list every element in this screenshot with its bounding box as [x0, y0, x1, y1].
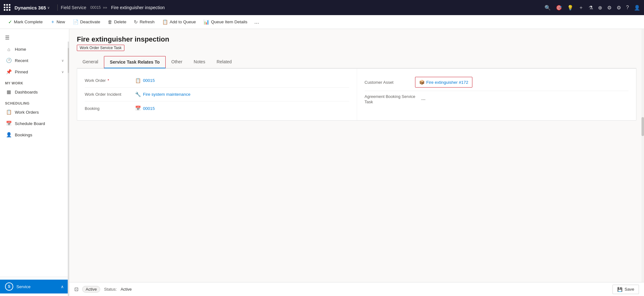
sidebar-service-label: Service — [16, 284, 31, 289]
add-to-queue-button[interactable]: 📋 Add to Queue — [159, 18, 199, 26]
my-work-section-label: My Work — [0, 77, 69, 86]
booking-value[interactable]: 📅 00015 — [135, 105, 155, 111]
sidebar: ☰ ⌂ Home 🕐 Recent ∨ 📌 Pinned ∨ My Work ▦… — [0, 29, 69, 296]
gear-icon[interactable]: ⚙ — [617, 5, 621, 11]
recent-icon: 🕐 — [6, 58, 12, 63]
mark-complete-button[interactable]: ✓ Mark Complete — [5, 18, 46, 26]
search-icon[interactable]: 🔍 — [544, 5, 551, 11]
plus-icon[interactable]: ＋ — [578, 4, 584, 11]
work-order-value[interactable]: 📋 00015 — [135, 78, 155, 83]
tab-general[interactable]: General — [77, 56, 104, 68]
target-icon[interactable]: 🎯 — [556, 5, 562, 11]
form-left-col: Work Order * 📋 00015 Work Order Incident — [77, 69, 357, 120]
form-content: Fire extinguisher inspection Work Order … — [69, 29, 644, 282]
sidebar-item-home[interactable]: ⌂ Home — [0, 44, 69, 55]
sidebar-service-item[interactable]: S Service ∧ — [0, 280, 69, 293]
form-right-col: Customer Asset 📦 Fire extinguisher #172 … — [357, 69, 636, 120]
refresh-button[interactable]: ↻ Refresh — [131, 18, 157, 26]
expand-icon[interactable]: ⊡ — [74, 286, 78, 292]
required-indicator: * — [106, 78, 109, 83]
settings-icon[interactable]: ⚙ — [607, 5, 612, 11]
customer-asset-value[interactable]: 📦 Fire extinguisher #172 — [415, 77, 473, 88]
queue-item-details-button[interactable]: 📊 Queue Item Details — [200, 18, 251, 26]
recent-chevron-icon: ∨ — [61, 59, 64, 63]
service-chevron-icon: ∧ — [61, 284, 64, 289]
sidebar-toggle-button[interactable]: ☰ — [0, 31, 69, 44]
top-navigation: Dynamics 365 ∨ Field Service 00015 »» Fi… — [0, 0, 644, 15]
customer-asset-label: Customer Asset — [365, 80, 415, 85]
main-layout: ☰ ⌂ Home 🕐 Recent ∨ 📌 Pinned ∨ My Work ▦… — [0, 29, 644, 296]
delete-button[interactable]: 🗑 Delete — [105, 18, 129, 26]
status-bar: ⊡ Active Status: Active 💾 Save — [69, 282, 644, 296]
new-plus-icon: ＋ — [50, 19, 55, 25]
tab-service-task-relates-to[interactable]: Service Task Relates To — [104, 56, 166, 68]
tab-notes[interactable]: Notes — [188, 56, 211, 68]
deactivate-label: Deactivate — [80, 20, 100, 24]
app-launcher-button[interactable] — [4, 4, 11, 11]
agreement-booking-value: --- — [421, 97, 426, 102]
agreement-booking-label: Agreement Booking Service Task — [365, 94, 421, 105]
status-label: Status: — [104, 287, 117, 292]
sidebar-pinned-label: Pinned — [15, 70, 28, 74]
sidebar-item-pinned[interactable]: 📌 Pinned ∨ — [0, 66, 69, 77]
top-nav-icons: 🔍 🎯 💡 ＋ ⚗ ⊕ ⚙ ⚙ ? 👤 — [544, 4, 640, 11]
work-order-incident-label: Work Order Incident — [85, 92, 135, 97]
filter-icon[interactable]: ⚗ — [589, 5, 593, 11]
work-order-incident-value[interactable]: 🔧 Fire system maintenance — [135, 92, 191, 97]
module-name: Field Service — [61, 5, 86, 10]
field-customer-asset: Customer Asset 📦 Fire extinguisher #172 — [365, 74, 629, 91]
new-button[interactable]: ＋ New — [47, 17, 68, 26]
sidebar-dashboards-label: Dashboards — [15, 90, 38, 94]
tabs-row: General Service Task Relates To Other No… — [77, 56, 636, 68]
breadcrumb-separator: 00015 »» — [88, 5, 109, 10]
sidebar-item-work-orders[interactable]: 📋 Work Orders — [0, 106, 69, 118]
field-agreement-booking: Agreement Booking Service Task --- — [365, 91, 629, 108]
sidebar-scrollbar[interactable] — [68, 42, 69, 296]
sidebar-work-orders-label: Work Orders — [15, 110, 39, 115]
form-section: Work Order * 📋 00015 Work Order Incident — [77, 68, 636, 121]
user-icon[interactable]: 👤 — [634, 5, 640, 11]
save-button[interactable]: 💾 Save — [613, 285, 639, 294]
deactivate-icon: 📄 — [73, 19, 79, 25]
field-work-order: Work Order * 📋 00015 — [85, 74, 349, 88]
record-type-badge: Work Order Service Task — [77, 45, 124, 51]
mark-complete-label: Mark Complete — [14, 20, 43, 24]
nav-divider — [57, 4, 58, 11]
sidebar-item-recent[interactable]: 🕐 Recent ∨ — [0, 55, 69, 66]
hamburger-icon: ☰ — [5, 35, 9, 41]
pinned-icon: 📌 — [6, 69, 12, 75]
refresh-label: Refresh — [140, 20, 154, 24]
breadcrumb-current: Fire extinguisher inspection — [111, 5, 165, 10]
question-icon[interactable]: ? — [626, 5, 629, 10]
lightbulb-icon[interactable]: 💡 — [567, 5, 573, 11]
booking-icon: 📅 — [135, 105, 141, 111]
booking-label: Booking — [85, 106, 135, 111]
circle-plus-icon[interactable]: ⊕ — [598, 5, 602, 11]
home-icon: ⌂ — [6, 47, 12, 52]
form-grid: Work Order * 📋 00015 Work Order Incident — [77, 69, 636, 120]
tab-other[interactable]: Other — [166, 56, 188, 68]
check-icon: ✓ — [8, 19, 12, 25]
work-orders-icon: 📋 — [6, 109, 12, 115]
sidebar-item-bookings[interactable]: 👤 Bookings — [0, 129, 69, 140]
tab-related[interactable]: Related — [211, 56, 237, 68]
status-value: Active — [121, 287, 132, 292]
sidebar-item-dashboards[interactable]: ▦ Dashboards — [0, 86, 69, 98]
sidebar-bookings-label: Bookings — [15, 133, 32, 137]
trash-icon: 🗑 — [108, 19, 112, 25]
active-badge: Active — [82, 286, 100, 293]
command-bar: ✓ Mark Complete ＋ New 📄 Deactivate 🗑 Del… — [0, 15, 644, 29]
avatar: S — [5, 282, 13, 291]
field-booking: Booking 📅 00015 — [85, 101, 349, 115]
app-name-chevron-icon[interactable]: ∨ — [47, 6, 50, 10]
app-name: Dynamics 365 — [14, 5, 46, 10]
deactivate-button[interactable]: 📄 Deactivate — [70, 18, 104, 26]
queue-detail-icon: 📊 — [203, 19, 209, 25]
record-title: Fire extinguisher inspection — [77, 35, 636, 43]
delete-label: Delete — [114, 20, 126, 24]
more-button[interactable]: ... — [252, 17, 262, 26]
sidebar-item-schedule-board[interactable]: 📅 Schedule Board — [0, 118, 69, 129]
save-label: Save — [624, 287, 634, 292]
content-scrollbar[interactable] — [641, 29, 644, 282]
work-order-label: Work Order * — [85, 78, 135, 83]
